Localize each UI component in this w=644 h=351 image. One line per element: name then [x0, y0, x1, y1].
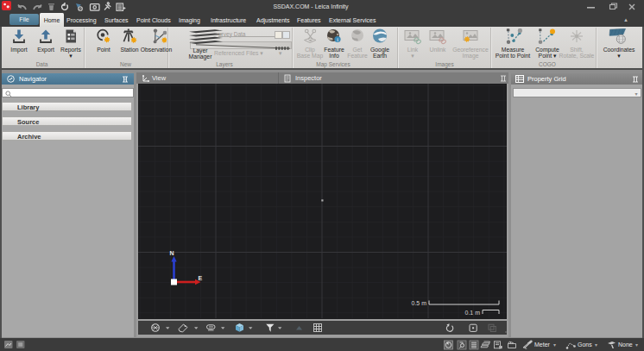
svg-text:N: N [170, 250, 174, 256]
svg-text:0.1 m: 0.1 m [464, 310, 480, 316]
svg-text:0.5 m: 0.5 m [411, 300, 426, 306]
svg-text:E: E [199, 275, 203, 281]
